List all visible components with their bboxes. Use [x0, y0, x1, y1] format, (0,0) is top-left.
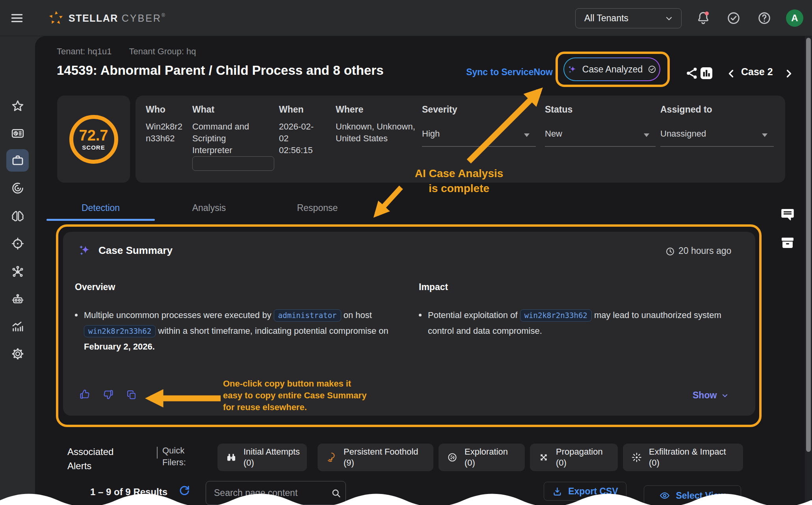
avatar-initial: A [791, 13, 798, 24]
filter-name: Propagation [556, 446, 603, 457]
annotation-line-1: AI Case Analysis [394, 166, 524, 181]
associated-alerts-title: Associated Alerts [67, 445, 126, 473]
brand-name-light: CYBER [122, 13, 162, 24]
search-icon[interactable] [331, 488, 342, 499]
export-csv-button[interactable]: Export CSV [544, 482, 626, 501]
brain-icon [11, 209, 25, 223]
thumbs-up-icon[interactable] [79, 388, 91, 400]
radiation-icon [631, 451, 643, 463]
clock-icon [665, 246, 675, 257]
sidebar-item-reports[interactable] [11, 320, 25, 334]
previous-case-chevron-icon[interactable] [725, 68, 737, 80]
when-value: 2026-02-02 02:56:15 [279, 121, 322, 156]
sidebar-item-investigate[interactable] [11, 265, 25, 279]
assigned-to-select[interactable]: Unassigned [660, 128, 706, 140]
impact-text-1: Potential exploitation of [428, 310, 518, 320]
assigned-to-caret-icon[interactable] [762, 133, 767, 137]
severity-caret-icon[interactable] [524, 133, 530, 137]
app-root: STELLARCYBER® All Tenants A [0, 0, 812, 505]
search-container [206, 481, 346, 505]
search-input[interactable] [214, 488, 331, 498]
filter-exfiltration-impact[interactable]: Exfiltration & Impact(0) [623, 444, 743, 471]
sidebar-item-cases[interactable] [11, 154, 25, 168]
where-label: Where [336, 104, 363, 115]
help-icon[interactable] [757, 11, 772, 26]
sidebar-item-favorites[interactable] [11, 99, 25, 113]
impact-bullet: Potential exploitation of win2k8r2n33h62… [419, 307, 746, 339]
user-avatar[interactable]: A [786, 9, 803, 27]
filter-count: (0) [649, 457, 726, 468]
sidebar-item-settings[interactable] [11, 347, 25, 361]
hamburger-menu-icon[interactable] [9, 11, 24, 26]
severity-underline [422, 146, 536, 147]
network-icon [11, 265, 25, 279]
sidebar-nav [0, 36, 35, 505]
status-underline [545, 146, 656, 147]
score-ring: 72.7 SCORE [69, 115, 118, 164]
tab-response[interactable]: Response [263, 203, 372, 213]
show-label: Show [693, 390, 717, 401]
archive-icon[interactable] [779, 235, 796, 251]
what-label: What [192, 104, 214, 115]
active-tab-underline [46, 219, 155, 221]
sidebar-item-dashboard[interactable] [11, 126, 25, 141]
filter-propagation[interactable]: Propagation(0) [530, 444, 618, 471]
crossed-arrows-icon [538, 451, 550, 463]
what-field[interactable] [192, 156, 274, 171]
sidebar-item-detect[interactable] [11, 237, 25, 251]
bullet-dot [75, 314, 78, 316]
status-select[interactable]: New [545, 128, 562, 140]
status-label: Status [545, 104, 572, 115]
tenant-selector-value: All Tenants [584, 13, 664, 24]
tenant-selector[interactable]: All Tenants [575, 8, 682, 28]
tasks-check-icon[interactable] [726, 11, 741, 26]
scrollbar-thumb[interactable] [806, 38, 811, 452]
case-analyzed-label: Case Analyzed [582, 64, 643, 75]
when-label: When [279, 104, 304, 115]
share-icon[interactable] [685, 66, 699, 80]
main-content: Tenant: hq1u1 Tenant Group: hq 14539: Ab… [35, 36, 812, 505]
comments-icon[interactable] [779, 206, 796, 223]
tenant-breadcrumb: Tenant: hq1u1 Tenant Group: hq [57, 46, 196, 57]
host-chip: win2k8r2n33h62 [84, 325, 156, 337]
overview-bullet: Multiple uncommon processes were execute… [75, 307, 398, 355]
score-label: SCORE [82, 144, 105, 151]
stellar-cyber-logo[interactable]: STELLARCYBER® [47, 9, 165, 27]
thumbs-down-icon[interactable] [102, 388, 114, 400]
sidebar-item-ai-detections[interactable] [11, 209, 25, 223]
tab-analysis[interactable]: Analysis [155, 203, 263, 213]
severity-label: Severity [422, 104, 457, 115]
case-analyzed-button[interactable]: Case Analyzed [563, 57, 660, 81]
next-case-chevron-icon[interactable] [783, 68, 795, 80]
chart-view-icon[interactable] [699, 65, 714, 81]
brand-name-bold: STELLAR [69, 13, 118, 24]
where-value: Unknown, Unknown, United States [336, 121, 416, 144]
annotation-ai-complete: AI Case Analysis is complete [394, 166, 524, 196]
robot-icon [11, 292, 25, 307]
radar-icon [11, 181, 25, 195]
who-value: Win2k8r2n33h62 [146, 121, 185, 144]
refresh-icon[interactable] [178, 484, 191, 497]
notifications-bell-icon[interactable] [695, 10, 711, 26]
select-view-label: Select View [676, 490, 725, 501]
filter-persistent-foothold[interactable]: Persistent Foothold(9) [318, 444, 433, 471]
star-icon [11, 99, 25, 113]
sidebar-item-automation[interactable] [11, 292, 25, 307]
chevron-down-icon [721, 391, 729, 400]
dashboard-icon [11, 126, 25, 141]
select-view-button[interactable]: Select View [644, 485, 741, 505]
case-nav-label: Case 2 [741, 66, 773, 78]
overview-text-3: within a short timeframe, indicating pot… [158, 326, 388, 336]
filter-exploration[interactable]: Exploration(0) [439, 444, 525, 471]
severity-select[interactable]: High [422, 128, 440, 140]
tab-detection[interactable]: Detection [46, 203, 155, 213]
filter-initial-attempts[interactable]: Initial Attempts(0) [217, 444, 307, 471]
show-toggle[interactable]: Show [693, 390, 729, 401]
sidebar-item-threat-hunting[interactable] [11, 181, 25, 195]
binoculars-icon [225, 451, 237, 463]
copy-icon[interactable] [126, 389, 137, 400]
status-caret-icon[interactable] [644, 133, 649, 137]
sync-servicenow-link[interactable]: Sync to ServiceNow [465, 67, 553, 78]
export-csv-label: Export CSV [568, 486, 618, 497]
trend-chart-icon [11, 320, 25, 334]
